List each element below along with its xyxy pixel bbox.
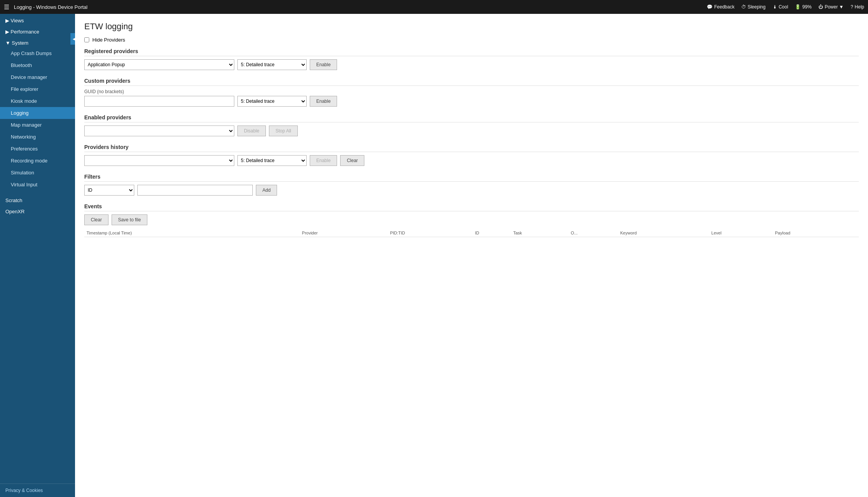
help-btn[interactable]: ? Help xyxy=(851,4,864,10)
events-save-button[interactable]: Save to file xyxy=(112,214,147,225)
registered-enable-button[interactable]: Enable xyxy=(310,59,337,70)
events-table: Timestamp (Local Time) Provider PID:TID … xyxy=(84,229,859,237)
registered-trace-level-select[interactable]: 5: Detailed trace 1: Critical 2: Error 3… xyxy=(237,59,307,70)
filter-value-input[interactable] xyxy=(137,185,253,196)
sidebar: ◄ ▶ Views ▶ Performance ▼ System App Cra… xyxy=(0,14,75,497)
custom-trace-level-select[interactable]: 5: Detailed trace 1: Critical 2: Error 3… xyxy=(237,96,307,107)
enabled-providers-title: Enabled providers xyxy=(84,114,859,122)
disable-button[interactable]: Disable xyxy=(237,126,266,136)
collapse-sidebar-btn[interactable]: ◄ xyxy=(70,33,75,45)
events-title: Events xyxy=(84,203,859,211)
stop-all-button[interactable]: Stop All xyxy=(269,126,298,136)
history-enable-button[interactable]: Enable xyxy=(310,155,337,166)
col-provider: Provider xyxy=(300,229,388,237)
sidebar-item-kiosk-mode[interactable]: Kiosk mode xyxy=(0,95,75,107)
hide-providers-checkbox[interactable] xyxy=(84,37,89,42)
sidebar-item-file-explorer[interactable]: File explorer xyxy=(0,83,75,95)
battery-icon: 🔋 xyxy=(795,4,801,10)
custom-providers-controls: 5: Detailed trace 1: Critical 2: Error 3… xyxy=(84,96,859,107)
registered-providers-title: Registered providers xyxy=(84,48,859,56)
hamburger-menu[interactable]: ☰ xyxy=(4,3,9,11)
col-timestamp: Timestamp (Local Time) xyxy=(84,229,300,237)
registered-providers-controls: Application Popup Microsoft-Windows-Kern… xyxy=(84,59,859,70)
help-icon: ? xyxy=(851,4,853,10)
col-pidtid: PID:TID xyxy=(388,229,473,237)
sidebar-item-openxr[interactable]: OpenXR xyxy=(0,205,75,216)
sidebar-item-bluetooth[interactable]: Bluetooth xyxy=(0,59,75,71)
sidebar-group-system[interactable]: ▼ System xyxy=(0,36,75,47)
custom-providers-title: Custom providers xyxy=(84,78,859,86)
history-clear-button[interactable]: Clear xyxy=(340,155,364,166)
providers-history-title: Providers history xyxy=(84,144,859,152)
hide-providers-row: Hide Providers xyxy=(84,37,859,43)
sidebar-item-networking[interactable]: Networking xyxy=(0,131,75,143)
col-id: ID xyxy=(473,229,511,237)
sidebar-group-performance[interactable]: ▶ Performance xyxy=(0,25,75,36)
titlebar: ☰ Logging - Windows Device Portal 💬 Feed… xyxy=(0,0,868,14)
history-trace-level-select[interactable]: 5: Detailed trace 1: Critical 2: Error 3… xyxy=(237,155,307,166)
sidebar-item-simulation[interactable]: Simulation xyxy=(0,167,75,179)
events-buttons: Clear Save to file xyxy=(84,214,859,225)
sidebar-item-virtual-input[interactable]: Virtual Input xyxy=(0,179,75,191)
feedback-btn[interactable]: 💬 Feedback xyxy=(707,4,734,10)
sidebar-item-recording-mode[interactable]: Recording mode xyxy=(0,155,75,167)
guid-input[interactable] xyxy=(84,96,234,107)
events-clear-button[interactable]: Clear xyxy=(84,214,108,225)
events-table-header: Timestamp (Local Time) Provider PID:TID … xyxy=(84,229,859,237)
col-level: Level xyxy=(709,229,773,237)
sidebar-item-app-crash-dumps[interactable]: App Crash Dumps xyxy=(0,47,75,59)
thermometer-icon: 🌡 xyxy=(773,4,777,10)
providers-history-section: Providers history 5: Detailed trace 1: C… xyxy=(84,144,859,166)
power-icon: ⏻ xyxy=(818,4,823,10)
registered-providers-section: Registered providers Application Popup M… xyxy=(84,48,859,70)
col-task: Task xyxy=(511,229,569,237)
sleep-icon: ⏱ xyxy=(741,4,746,10)
enabled-provider-select[interactable] xyxy=(84,126,234,136)
toolbar-right: 💬 Feedback ⏱ Sleeping 🌡 Cool 🔋 99% ⏻ Pow… xyxy=(707,4,864,10)
sidebar-item-scratch[interactable]: Scratch xyxy=(0,194,75,205)
content-area: ETW logging Hide Providers Registered pr… xyxy=(75,14,868,497)
hide-providers-label[interactable]: Hide Providers xyxy=(92,37,125,43)
custom-providers-section: Custom providers GUID (no brackets) 5: D… xyxy=(84,78,859,107)
guid-label: GUID (no brackets) xyxy=(84,89,859,94)
enabled-providers-controls: Disable Stop All xyxy=(84,126,859,136)
filters-controls: ID Task Provider Level Add xyxy=(84,185,859,196)
privacy-cookies-link[interactable]: Privacy & Cookies xyxy=(0,484,75,497)
sidebar-item-map-manager[interactable]: Map manager xyxy=(0,119,75,131)
col-opcode: O... xyxy=(569,229,618,237)
sidebar-item-device-manager[interactable]: Device manager xyxy=(0,71,75,83)
providers-history-controls: 5: Detailed trace 1: Critical 2: Error 3… xyxy=(84,155,859,166)
feedback-icon: 💬 xyxy=(707,4,713,10)
filter-add-button[interactable]: Add xyxy=(256,185,277,196)
main-layout: ◄ ▶ Views ▶ Performance ▼ System App Cra… xyxy=(0,14,868,497)
sidebar-group-views[interactable]: ▶ Views xyxy=(0,14,75,25)
sidebar-item-logging[interactable]: Logging xyxy=(0,107,75,119)
sidebar-item-preferences[interactable]: Preferences xyxy=(0,143,75,155)
custom-enable-button[interactable]: Enable xyxy=(310,96,337,107)
filters-title: Filters xyxy=(84,174,859,182)
col-keyword: Keyword xyxy=(618,229,709,237)
page-title: ETW logging xyxy=(84,22,859,32)
col-payload: Payload xyxy=(773,229,859,237)
power-btn[interactable]: ⏻ Power ▼ xyxy=(818,4,843,10)
filters-section: Filters ID Task Provider Level Add xyxy=(84,174,859,196)
enabled-providers-section: Enabled providers Disable Stop All xyxy=(84,114,859,136)
cool-btn[interactable]: 🌡 Cool xyxy=(773,4,788,10)
registered-provider-select[interactable]: Application Popup Microsoft-Windows-Kern… xyxy=(84,59,234,70)
window-title: Logging - Windows Device Portal xyxy=(14,4,707,10)
history-provider-select[interactable] xyxy=(84,155,234,166)
sleeping-btn[interactable]: ⏱ Sleeping xyxy=(741,4,766,10)
filter-type-select[interactable]: ID Task Provider Level xyxy=(84,185,134,196)
battery-btn[interactable]: 🔋 99% xyxy=(795,4,811,10)
events-section: Events Clear Save to file Timestamp (Loc… xyxy=(84,203,859,237)
